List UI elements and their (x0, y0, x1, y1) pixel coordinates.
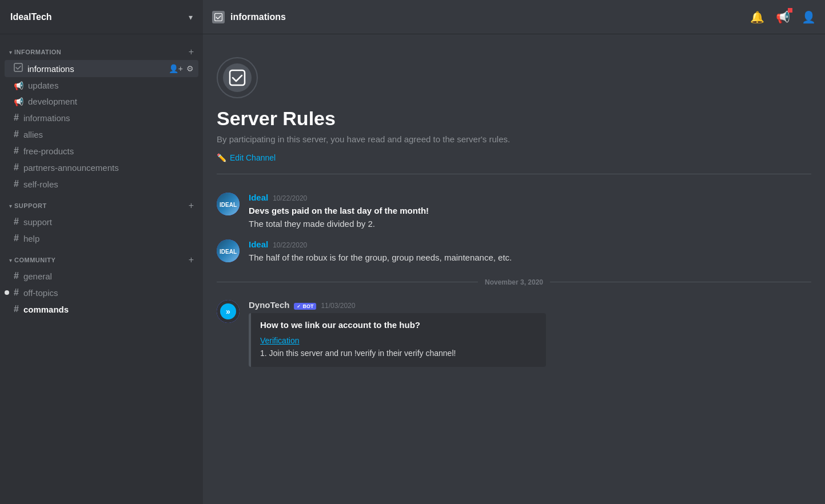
message-group-1: IDEAL Ideal 10/22/2020 Devs gets paid on… (203, 188, 825, 235)
message-timestamp-2: 10/22/2020 (273, 241, 307, 249)
category-arrow-icon: ▾ (9, 49, 12, 55)
bot-label: BOT (302, 303, 313, 309)
sidebar: IdealTech ▾ ▾ INFORMATION + informations… (0, 0, 203, 504)
sidebar-item-development[interactable]: 📢 development (5, 94, 198, 109)
channel-type-icon (212, 11, 225, 23)
avatar-ideal-2: IDEAL (217, 239, 240, 262)
settings-icon[interactable]: ⚙ (186, 64, 194, 73)
category-information[interactable]: ▾ INFORMATION + (0, 39, 203, 59)
message-author-dyno[interactable]: DynoTech (249, 300, 289, 310)
embed-link[interactable]: Verification (260, 336, 299, 345)
hash-icon-events: # (14, 113, 19, 123)
message-author-ideal-1[interactable]: Ideal (249, 193, 268, 202)
sidebar-item-allies[interactable]: # allies (5, 126, 198, 142)
svg-text:IDEAL: IDEAL (220, 202, 237, 208)
channel-name-general: general (23, 271, 194, 281)
hash-icon-self-roles: # (14, 179, 19, 189)
message-header-bot: DynoTech ✓ BOT 11/03/2020 (249, 300, 811, 310)
message-body-1: The total they made divided by 2. (249, 219, 375, 229)
dyno-avatar-circle: » (217, 300, 240, 323)
date-divider: November 3, 2020 (203, 274, 825, 291)
dyno-arrow-icon: » (220, 303, 236, 319)
hash-icon-partners: # (14, 162, 19, 173)
server-header[interactable]: IdealTech ▾ (0, 0, 203, 34)
hash-icon-allies: # (14, 129, 19, 139)
channel-banner-icon (217, 57, 258, 98)
category-community[interactable]: ▾ COMMUNITY + (0, 247, 203, 267)
sidebar-item-informations[interactable]: informations 👤+ ⚙ (5, 60, 198, 77)
sidebar-item-free-products[interactable]: # free-products (5, 143, 198, 159)
message-content-2: Ideal 10/22/2020 The half of the robux i… (249, 239, 811, 265)
channel-list: ▾ INFORMATION + informations 👤+ ⚙ 📢 upda… (0, 34, 203, 504)
embed-body: Verification 1. Join this server and run… (260, 334, 537, 360)
channel-name-development: development (28, 97, 194, 106)
sidebar-item-general[interactable]: # general (5, 268, 198, 284)
chat-area: Server Rules By participating in this se… (203, 34, 825, 504)
channel-name-self-roles: self-roles (23, 179, 194, 189)
channel-name-events: informations (23, 113, 194, 123)
channel-name-informations: informations (27, 64, 169, 74)
add-member-icon[interactable]: 👤+ (169, 64, 183, 73)
message-text-2: The half of the robux is for the group, … (249, 251, 811, 265)
topbar-channel-name: informations (230, 12, 286, 22)
channel-banner: Server Rules By participating in this se… (203, 46, 825, 174)
channel-name-partners-announcements: partners-announcements (23, 163, 194, 173)
announce-channel-icon-2: 📢 (14, 97, 23, 106)
sidebar-item-off-topics[interactable]: # off-topics (5, 285, 198, 301)
edit-channel-button[interactable]: ✏️ Edit Channel (217, 153, 276, 162)
bot-check-icon: ✓ (297, 304, 301, 309)
channel-icon-inner (223, 63, 252, 92)
channel-name-off-topics: off-topics (23, 288, 194, 298)
channel-description: By participating in this server, you hav… (217, 134, 811, 144)
message-author-ideal-2[interactable]: Ideal (249, 239, 268, 249)
sidebar-item-support[interactable]: # support (5, 214, 198, 230)
server-name: IdealTech (10, 12, 52, 22)
avatar-image-ideal-1: IDEAL (217, 193, 240, 215)
category-support[interactable]: ▾ SUPPORT + (0, 193, 203, 213)
edit-channel-label: Edit Channel (230, 153, 276, 162)
avatar-dyno: » (217, 300, 240, 323)
sidebar-item-events[interactable]: # informations (5, 110, 198, 126)
embed-title: How to we link our account to the hub? (260, 320, 537, 330)
message-body-2: The half of the robux is for the group, … (249, 253, 512, 262)
category-arrow-support-icon: ▾ (9, 203, 12, 209)
channel-title: Server Rules (217, 107, 811, 130)
user-icon[interactable]: 👤 (802, 10, 816, 24)
hash-icon-off-topics: # (14, 287, 19, 298)
message-content-bot: DynoTech ✓ BOT 11/03/2020 How to we link… (249, 300, 811, 367)
channel-actions: 👤+ ⚙ (169, 64, 194, 73)
add-channel-icon[interactable]: + (189, 47, 194, 57)
top-bar-right: 🔔 📢 👤 (750, 10, 816, 24)
hash-icon-free-products: # (14, 146, 19, 156)
sidebar-item-partners-announcements[interactable]: # partners-announcements (5, 159, 198, 175)
bot-badge: ✓ BOT (294, 303, 316, 310)
channel-name-commands: commands (23, 305, 194, 314)
hash-icon-help: # (14, 233, 19, 243)
top-bar-left: informations (212, 11, 286, 23)
sidebar-item-help[interactable]: # help (5, 230, 198, 246)
add-channel-support-icon[interactable]: + (189, 201, 194, 211)
banner-divider (217, 174, 811, 174)
sidebar-item-self-roles[interactable]: # self-roles (5, 176, 198, 192)
channel-name-free-products: free-products (23, 146, 194, 156)
rules-channel-icon (14, 63, 23, 74)
embed-body-line: 1. Join this server and run !verify in t… (260, 349, 456, 358)
add-channel-community-icon[interactable]: + (189, 255, 194, 265)
channel-name-allies: allies (23, 130, 194, 139)
bell-icon[interactable]: 🔔 (750, 10, 764, 24)
hash-icon-support: # (14, 217, 19, 227)
message-bold-1: Devs gets paid on the last day of the mo… (249, 206, 429, 215)
sidebar-item-commands[interactable]: # commands (5, 301, 198, 317)
megaphone-icon[interactable]: 📢 (776, 10, 790, 24)
pencil-icon: ✏️ (217, 153, 226, 162)
embed-box: How to we link our account to the hub? V… (249, 313, 546, 367)
chevron-down-icon: ▾ (189, 13, 193, 22)
channel-name-support: support (23, 217, 194, 227)
message-content-1: Ideal 10/22/2020 Devs gets paid on the l… (249, 193, 811, 230)
unread-indicator (5, 290, 9, 295)
svg-text:IDEAL: IDEAL (220, 249, 237, 255)
sidebar-item-updates[interactable]: 📢 updates (5, 78, 198, 93)
hash-icon-commands: # (14, 304, 19, 314)
hash-icon-general: # (14, 271, 19, 281)
category-arrow-community-icon: ▾ (9, 257, 12, 263)
